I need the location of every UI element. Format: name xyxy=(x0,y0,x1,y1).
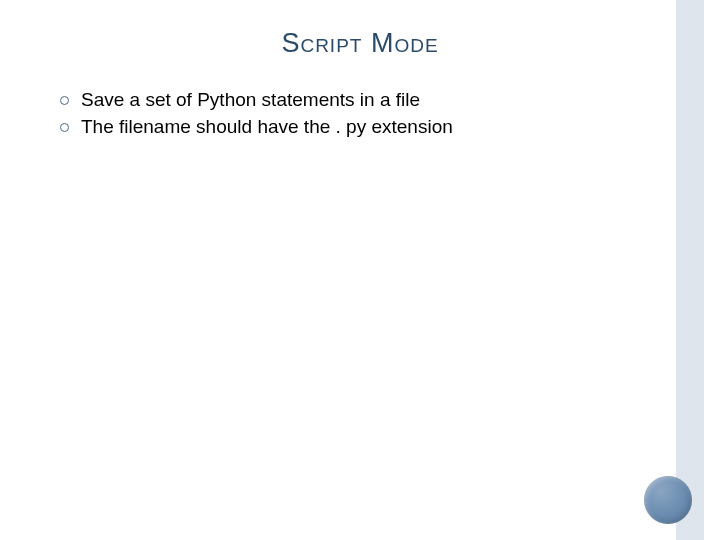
list-item: The filename should have the . py extens… xyxy=(60,116,720,138)
circle-accent-icon xyxy=(644,476,692,524)
list-item: Save a set of Python statements in a fil… xyxy=(60,89,720,111)
slide: Script Mode Save a set of Python stateme… xyxy=(0,0,720,540)
rail-band-left xyxy=(676,0,704,540)
bullet-list: Save a set of Python statements in a fil… xyxy=(0,79,720,138)
right-rail xyxy=(676,0,720,540)
bullet-icon xyxy=(60,96,69,105)
bullet-icon xyxy=(60,123,69,132)
rail-band-right xyxy=(704,0,720,540)
bullet-text: The filename should have the . py extens… xyxy=(81,116,453,138)
bullet-text: Save a set of Python statements in a fil… xyxy=(81,89,420,111)
slide-title: Script Mode xyxy=(0,0,720,79)
